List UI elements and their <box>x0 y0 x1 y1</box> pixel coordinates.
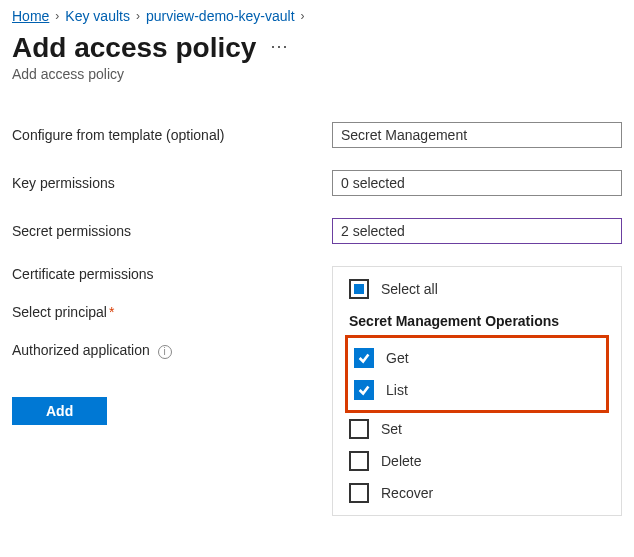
authorized-app-label: Authorized application i <box>12 342 332 359</box>
certificate-permissions-label: Certificate permissions <box>12 266 332 282</box>
breadcrumb-keyvaults[interactable]: Key vaults <box>65 8 130 24</box>
page-subtitle: Add access policy <box>12 66 622 82</box>
more-icon[interactable]: ⋯ <box>270 35 288 61</box>
checkbox-checked-icon <box>354 380 374 400</box>
key-permissions-select[interactable]: 0 selected <box>332 170 622 196</box>
key-permissions-label: Key permissions <box>12 175 332 191</box>
select-all-option[interactable]: Select all <box>333 273 621 305</box>
option-recover-label: Recover <box>381 485 433 501</box>
option-list[interactable]: List <box>350 374 604 406</box>
page-title: Add access policy <box>12 32 256 64</box>
option-recover[interactable]: Recover <box>333 477 621 509</box>
option-delete-label: Delete <box>381 453 421 469</box>
chevron-right-icon: › <box>136 9 140 23</box>
dropdown-group-header: Secret Management Operations <box>333 305 621 335</box>
breadcrumb-home[interactable]: Home <box>12 8 49 24</box>
select-all-label: Select all <box>381 281 438 297</box>
breadcrumb-vault[interactable]: purview-demo-key-vault <box>146 8 295 24</box>
chevron-right-icon: › <box>55 9 59 23</box>
secret-permissions-dropdown: Select all Secret Management Operations … <box>332 266 622 516</box>
info-icon[interactable]: i <box>158 345 172 359</box>
option-set[interactable]: Set <box>333 413 621 445</box>
breadcrumb: Home › Key vaults › purview-demo-key-vau… <box>12 8 622 24</box>
template-label: Configure from template (optional) <box>12 127 332 143</box>
option-delete[interactable]: Delete <box>333 445 621 477</box>
select-principal-label: Select principal* <box>12 304 332 320</box>
secret-permissions-label: Secret permissions <box>12 223 332 239</box>
checkbox-icon <box>349 451 369 471</box>
option-set-label: Set <box>381 421 402 437</box>
checkbox-checked-icon <box>354 348 374 368</box>
template-select[interactable]: Secret Management <box>332 122 622 148</box>
highlight-annotation: Get List <box>345 335 609 413</box>
option-get[interactable]: Get <box>350 342 604 374</box>
option-list-label: List <box>386 382 408 398</box>
checkbox-icon <box>349 419 369 439</box>
option-get-label: Get <box>386 350 409 366</box>
secret-permissions-select[interactable]: 2 selected <box>332 218 622 244</box>
chevron-right-icon: › <box>301 9 305 23</box>
checkbox-partial-icon <box>349 279 369 299</box>
checkbox-icon <box>349 483 369 503</box>
add-button[interactable]: Add <box>12 397 107 425</box>
